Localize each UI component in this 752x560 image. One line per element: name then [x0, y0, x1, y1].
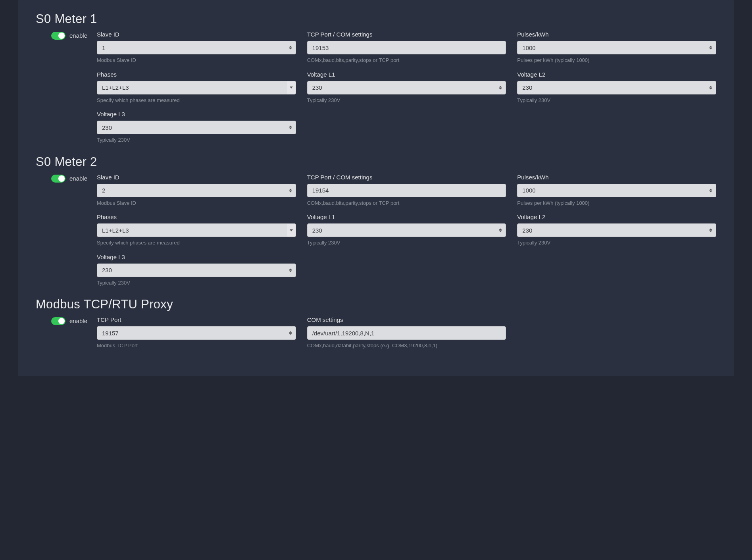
field-label: Phases: [97, 71, 296, 78]
voltage-l2-value[interactable]: [522, 227, 711, 234]
tcp-com-input[interactable]: [307, 184, 506, 197]
field-voltage-l1: Voltage L1 Typically 230V: [307, 71, 506, 104]
phases-value: L1+L2+L3: [102, 227, 291, 234]
com-settings-input[interactable]: [307, 326, 506, 340]
field-label: TCP Port: [97, 316, 296, 323]
field-label: Voltage L2: [517, 214, 716, 220]
field-help: Specify which phases are measured: [97, 239, 296, 246]
number-spinner-icon[interactable]: [708, 229, 714, 232]
settings-card: S0 Meter 1 enable Slave ID Modbus Slave …: [18, 0, 734, 376]
field-label: Pulses/kWh: [517, 174, 716, 181]
field-label: COM settings: [307, 316, 506, 323]
field-help: Typically 230V: [517, 97, 716, 104]
field-label: TCP Port / COM settings: [307, 174, 506, 181]
field-help: Typically 230V: [307, 239, 506, 246]
slave-id-value[interactable]: [102, 44, 291, 51]
field-pulses: Pulses/kWh Pulses per kWh (typically 100…: [517, 31, 716, 64]
field-help: Typically 230V: [97, 279, 296, 287]
field-tcp-com: TCP Port / COM settings COMx,baud,bits,p…: [307, 174, 506, 207]
slave-id-value[interactable]: [102, 187, 291, 194]
field-help: Specify which phases are measured: [97, 97, 296, 104]
enable-column: enable: [36, 31, 87, 144]
com-settings-value[interactable]: [312, 330, 501, 337]
field-help: COMx,baud,bits,parity,stops or TCP port: [307, 57, 506, 64]
pulses-input[interactable]: [517, 41, 716, 54]
phases-value: L1+L2+L3: [102, 84, 291, 91]
field-voltage-l2: Voltage L2 Typically 230V: [517, 71, 716, 104]
field-help: Modbus Slave ID: [97, 200, 296, 207]
field-pulses: Pulses/kWh Pulses per kWh (typically 100…: [517, 174, 716, 207]
field-tcp-com: TCP Port / COM settings COMx,baud,bits,p…: [307, 31, 506, 64]
field-label: Slave ID: [97, 31, 296, 38]
enable-toggle[interactable]: [51, 175, 65, 183]
phases-select[interactable]: L1+L2+L3: [97, 223, 296, 237]
voltage-l2-input[interactable]: [517, 81, 716, 94]
voltage-l2-input[interactable]: [517, 223, 716, 237]
voltage-l3-value[interactable]: [102, 267, 291, 273]
field-com-settings: COM settings COMx,baud,databit,parity,st…: [307, 316, 506, 349]
tcp-port-value[interactable]: [102, 330, 291, 337]
voltage-l1-input[interactable]: [307, 223, 506, 237]
field-voltage-l3: Voltage L3 Typically 230V: [97, 111, 296, 144]
section-modbus-proxy: Modbus TCP/RTU Proxy enable TCP Port Mod…: [36, 297, 716, 349]
number-spinner-icon[interactable]: [288, 331, 293, 335]
number-spinner-icon[interactable]: [708, 86, 714, 89]
field-help: Modbus Slave ID: [97, 57, 296, 64]
number-spinner-icon[interactable]: [708, 189, 714, 192]
field-label: Voltage L3: [97, 254, 296, 260]
field-slave-id: Slave ID Modbus Slave ID: [97, 174, 296, 207]
number-spinner-icon[interactable]: [498, 229, 503, 232]
slave-id-input[interactable]: [97, 41, 296, 54]
field-label: Voltage L1: [307, 214, 506, 220]
number-spinner-icon[interactable]: [288, 268, 293, 272]
field-help: Typically 230V: [517, 239, 716, 246]
voltage-l3-value[interactable]: [102, 124, 291, 131]
voltage-l1-value[interactable]: [312, 84, 501, 91]
voltage-l2-value[interactable]: [522, 84, 711, 91]
tcp-com-input[interactable]: [307, 41, 506, 54]
enable-label: enable: [69, 317, 87, 325]
pulses-input[interactable]: [517, 184, 716, 197]
field-label: TCP Port / COM settings: [307, 31, 506, 38]
enable-column: enable: [36, 316, 87, 349]
section-s0-meter-2: S0 Meter 2 enable Slave ID Modbus Slave …: [36, 155, 716, 287]
field-help: Typically 230V: [97, 137, 296, 144]
voltage-l1-value[interactable]: [312, 227, 501, 234]
field-phases: Phases L1+L2+L3 Specify which phases are…: [97, 214, 296, 246]
field-help: Modbus TCP Port: [97, 342, 296, 349]
section-title: Modbus TCP/RTU Proxy: [36, 297, 716, 312]
field-voltage-l1: Voltage L1 Typically 230V: [307, 214, 506, 246]
field-voltage-l3: Voltage L3 Typically 230V: [97, 254, 296, 287]
section-title: S0 Meter 1: [36, 12, 716, 26]
voltage-l1-input[interactable]: [307, 81, 506, 94]
field-label: Voltage L2: [517, 71, 716, 78]
field-label: Pulses/kWh: [517, 31, 716, 38]
voltage-l3-input[interactable]: [97, 264, 296, 277]
chevron-down-icon[interactable]: [287, 81, 296, 94]
voltage-l3-input[interactable]: [97, 121, 296, 134]
field-voltage-l2: Voltage L2 Typically 230V: [517, 214, 716, 246]
number-spinner-icon[interactable]: [708, 46, 714, 50]
number-spinner-icon[interactable]: [288, 126, 293, 129]
field-label: Voltage L1: [307, 71, 506, 78]
chevron-down-icon[interactable]: [287, 224, 296, 237]
field-label: Voltage L3: [97, 111, 296, 117]
enable-toggle[interactable]: [51, 32, 65, 40]
phases-select[interactable]: L1+L2+L3: [97, 81, 296, 94]
number-spinner-icon[interactable]: [498, 86, 503, 89]
field-help: Typically 230V: [307, 97, 506, 104]
tcp-port-input[interactable]: [97, 326, 296, 340]
section-s0-meter-1: S0 Meter 1 enable Slave ID Modbus Slave …: [36, 12, 716, 144]
enable-label: enable: [69, 32, 87, 40]
pulses-value[interactable]: [522, 187, 711, 194]
tcp-com-value[interactable]: [312, 44, 501, 51]
pulses-value[interactable]: [522, 44, 711, 51]
tcp-com-value[interactable]: [312, 187, 501, 194]
slave-id-input[interactable]: [97, 184, 296, 197]
enable-toggle[interactable]: [51, 317, 65, 325]
field-help: COMx,baud,databit,parity,stops (e.g. COM…: [307, 342, 506, 349]
number-spinner-icon[interactable]: [288, 189, 293, 192]
field-help: Pulses per kWh (typically 1000): [517, 57, 716, 64]
number-spinner-icon[interactable]: [288, 46, 293, 50]
field-label: Slave ID: [97, 174, 296, 181]
